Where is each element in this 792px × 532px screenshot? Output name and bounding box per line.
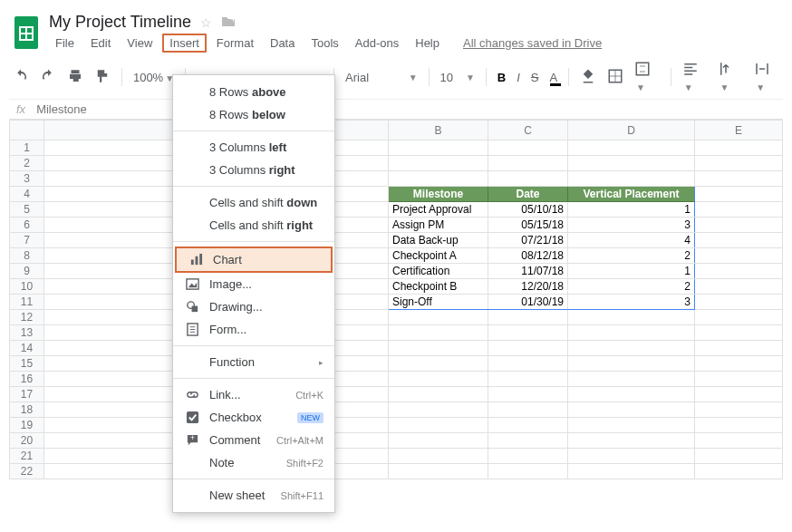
menu-data[interactable]: Data <box>264 34 301 53</box>
menu-note[interactable]: NoteShift+F2 <box>173 451 334 474</box>
cell[interactable]: 12/20/18 <box>488 279 568 295</box>
text-color-button[interactable]: A <box>550 71 558 84</box>
formula-input[interactable]: Milestone <box>36 102 87 116</box>
menu-form[interactable]: Form... <box>173 318 334 341</box>
spreadsheet-grid[interactable]: B C D E 1 2 3 4 Milestone Date Vertical … <box>9 120 783 479</box>
menu-view[interactable]: View <box>121 34 159 53</box>
row-header[interactable]: 15 <box>10 356 44 372</box>
row-header[interactable]: 11 <box>10 295 44 310</box>
font-select[interactable]: Arial <box>345 71 396 84</box>
menu-help[interactable]: Help <box>409 34 446 53</box>
cell[interactable]: 05/15/18 <box>488 218 568 233</box>
cell[interactable]: Checkpoint B <box>389 279 488 295</box>
print-button[interactable] <box>67 68 83 87</box>
bold-button[interactable]: B <box>497 71 506 84</box>
row-header[interactable]: 20 <box>10 433 44 449</box>
new-badge: NEW <box>297 412 324 423</box>
undo-button[interactable] <box>13 68 29 87</box>
menu-comment[interactable]: +CommentCtrl+Alt+M <box>173 429 334 451</box>
row-header[interactable]: 19 <box>10 418 44 433</box>
star-icon[interactable]: ☆ <box>200 15 212 30</box>
cell[interactable]: Assign PM <box>389 218 488 233</box>
cell[interactable]: 11/07/18 <box>488 264 568 279</box>
menu-checkbox[interactable]: CheckboxNEW <box>173 406 334 429</box>
zoom-select[interactable]: 100%▼ <box>133 71 174 84</box>
borders-button[interactable] <box>607 68 623 87</box>
cell[interactable]: 4 <box>568 233 695 248</box>
menu-cells-right[interactable]: Cells and shift right <box>173 214 334 237</box>
cell[interactable]: Checkpoint A <box>389 248 488 264</box>
cell[interactable]: 01/30/19 <box>488 295 568 310</box>
menu-insert[interactable]: Insert <box>162 34 207 53</box>
row-header[interactable]: 5 <box>10 202 44 218</box>
cell[interactable]: Data Back-up <box>389 233 488 248</box>
row-header[interactable]: 21 <box>10 449 44 464</box>
row-header[interactable]: 6 <box>10 218 44 233</box>
menu-cells-down[interactable]: Cells and shift down <box>173 191 334 214</box>
row-header[interactable]: 12 <box>10 310 44 325</box>
menu-function[interactable]: Function▸ <box>173 351 334 373</box>
cell[interactable]: 05/10/18 <box>488 202 568 218</box>
cell[interactable]: Date <box>488 187 568 202</box>
row-header[interactable]: 7 <box>10 233 44 248</box>
redo-button[interactable] <box>40 68 56 87</box>
row-header[interactable]: 8 <box>10 248 44 264</box>
row-header[interactable]: 22 <box>10 464 44 479</box>
cell[interactable]: 2 <box>568 279 695 295</box>
col-header-c[interactable]: C <box>488 121 568 140</box>
cell[interactable]: 07/21/18 <box>488 233 568 248</box>
cell[interactable]: 08/12/18 <box>488 248 568 264</box>
cell[interactable]: 1 <box>568 202 695 218</box>
menu-cols-left[interactable]: 3 Columns left <box>173 136 334 159</box>
menu-rows-above[interactable]: 8 Rows above <box>173 81 334 103</box>
menu-addons[interactable]: Add-ons <box>349 34 405 53</box>
cell[interactable]: 3 <box>568 295 695 310</box>
menu-rows-below[interactable]: 8 Rows below <box>173 103 334 126</box>
menu-format[interactable]: Format <box>210 34 260 53</box>
menu-edit[interactable]: Edit <box>84 34 117 53</box>
col-header-e[interactable]: E <box>695 121 783 140</box>
col-header-d[interactable]: D <box>568 121 695 140</box>
cell[interactable]: Vertical Placement <box>568 187 695 202</box>
row-header[interactable]: 9 <box>10 264 44 279</box>
fill-color-button[interactable] <box>580 68 596 87</box>
row-header[interactable]: 4 <box>10 187 44 202</box>
font-size-select[interactable]: 10 <box>440 71 453 84</box>
row-header[interactable]: 2 <box>10 156 44 171</box>
menu-file[interactable]: File <box>49 34 81 53</box>
svg-rect-8 <box>636 63 649 75</box>
cell[interactable]: 1 <box>568 264 695 279</box>
col-header-b[interactable]: B <box>389 121 488 140</box>
cell[interactable]: 2 <box>568 248 695 264</box>
menu-chart[interactable]: Chart <box>175 247 333 273</box>
menu-new-sheet[interactable]: New sheetShift+F11 <box>173 484 334 507</box>
menu-link[interactable]: Link...Ctrl+K <box>173 383 334 406</box>
row-header[interactable]: 16 <box>10 372 44 387</box>
row-header[interactable]: 3 <box>10 171 44 187</box>
row-header[interactable]: 10 <box>10 279 44 295</box>
share-folder-icon[interactable]: + <box>221 13 236 32</box>
row-header[interactable]: 1 <box>10 140 44 156</box>
cell[interactable]: Certification <box>389 264 488 279</box>
document-title[interactable]: My Project Timeline <box>49 13 191 32</box>
row-header[interactable]: 17 <box>10 387 44 402</box>
cell[interactable]: Project Approval <box>389 202 488 218</box>
cell[interactable]: 3 <box>568 218 695 233</box>
svg-rect-11 <box>199 254 202 265</box>
cell[interactable]: Milestone <box>389 187 488 202</box>
halign-button[interactable]: ▼ <box>682 61 708 93</box>
paint-format-button[interactable] <box>94 68 111 87</box>
strike-button[interactable]: S <box>531 71 539 84</box>
menu-image[interactable]: Image... <box>173 273 334 295</box>
valign-button[interactable]: ▼ <box>718 61 743 93</box>
wrap-button[interactable]: ▼ <box>754 61 779 93</box>
row-header[interactable]: 13 <box>10 325 44 341</box>
row-header[interactable]: 14 <box>10 341 44 356</box>
row-header[interactable]: 18 <box>10 402 44 418</box>
merge-button[interactable]: ▼ <box>634 61 660 93</box>
menu-cols-right[interactable]: 3 Columns right <box>173 159 334 181</box>
menu-tools[interactable]: Tools <box>304 34 344 53</box>
menu-drawing[interactable]: Drawing... <box>173 295 334 318</box>
cell[interactable]: Sign-Off <box>389 295 488 310</box>
italic-button[interactable]: I <box>517 71 520 84</box>
